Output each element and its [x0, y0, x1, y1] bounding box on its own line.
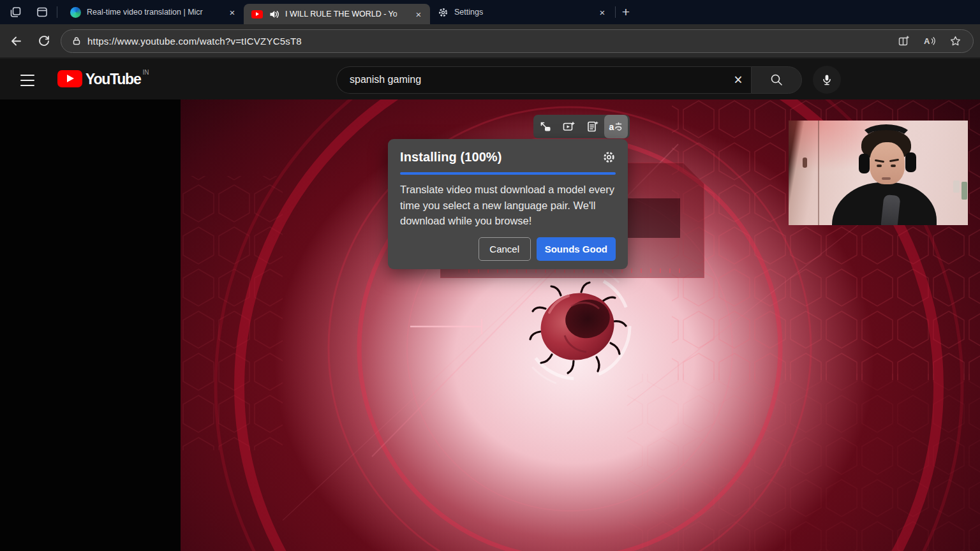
enhance-video-icon[interactable]: [557, 115, 581, 138]
microphone: [880, 195, 900, 225]
translate-install-flyout: Installing (100%) Translate video must d…: [388, 139, 628, 269]
tabstrip-divider: [615, 6, 616, 18]
translate-icon[interactable]: a: [604, 115, 628, 138]
vertical-tabs-icon[interactable]: [36, 6, 48, 18]
headphones-band: [859, 124, 914, 154]
mic-icon: [820, 73, 833, 86]
mouth: [882, 177, 891, 180]
voice-search-button[interactable]: [813, 66, 841, 94]
search-button[interactable]: [751, 66, 802, 94]
search-clear-icon[interactable]: ×: [725, 71, 751, 89]
url-bar[interactable]: https://www.youtube.com/watch?v=tICVZYC5…: [61, 29, 974, 53]
sounds-good-button[interactable]: Sounds Good: [537, 237, 616, 261]
wall-object: [961, 182, 967, 200]
summarize-icon[interactable]: [581, 115, 604, 138]
settings-gear-icon: [438, 7, 449, 18]
refresh-icon[interactable]: [38, 34, 50, 47]
headphone-cup: [905, 152, 916, 172]
search-input[interactable]: spanish gaming ×: [336, 66, 751, 94]
audio-speaker-icon[interactable]: [269, 9, 279, 20]
tab-title: I WILL RULE THE WORLD - Yo: [285, 10, 412, 18]
youtube-favicon-icon: [251, 10, 263, 18]
edge-video-toolbar: a: [533, 115, 630, 138]
url-text[interactable]: https://www.youtube.com/watch?v=tICVZYC5…: [87, 36, 302, 47]
light-switch: [953, 180, 960, 193]
edge-logo-icon: [70, 7, 81, 18]
headphone-cup: [859, 154, 870, 173]
browser-window: Real-time video translation | Micr × I W…: [0, 0, 980, 551]
tabstrip-divider: [57, 6, 57, 18]
back-icon[interactable]: [9, 34, 22, 48]
address-bar-row: https://www.youtube.com/watch?v=tICVZYC5…: [0, 24, 980, 57]
youtube-masthead: YouTube IN spanish gaming ×: [0, 57, 980, 99]
tab-strip: Real-time video translation | Micr × I W…: [0, 0, 980, 24]
youtube-region-label: IN: [143, 69, 149, 76]
install-progress-bar: [400, 172, 616, 175]
youtube-wordmark: YouTube: [85, 71, 141, 88]
flyout-settings-gear-icon[interactable]: [602, 151, 616, 164]
lock-icon[interactable]: [71, 36, 82, 46]
streamer-webcam-overlay: [789, 121, 968, 225]
youtube-logo[interactable]: YouTube IN: [57, 70, 149, 88]
door-frame: [818, 121, 819, 225]
tab-settings[interactable]: Settings ×: [430, 0, 614, 24]
search-query-text[interactable]: spanish gaming: [350, 74, 421, 85]
tab-realtime-translation[interactable]: Real-time video translation | Micr ×: [63, 0, 244, 24]
pathogen-cell: [530, 283, 626, 373]
new-tab-button[interactable]: +: [617, 4, 635, 20]
tab-close-icon[interactable]: ×: [226, 7, 239, 18]
search-icon: [769, 73, 783, 87]
read-aloud-icon[interactable]: A: [923, 35, 936, 47]
svg-text:A: A: [924, 36, 930, 46]
cancel-button[interactable]: Cancel: [479, 237, 531, 261]
favorites-star-icon[interactable]: [949, 35, 961, 47]
picture-in-picture-icon[interactable]: [533, 115, 557, 138]
tab-youtube-video[interactable]: I WILL RULE THE WORLD - Yo ×: [244, 4, 430, 24]
eye: [877, 165, 882, 167]
youtube-play-badge-icon: [57, 70, 82, 87]
workspaces-icon[interactable]: [9, 6, 22, 18]
door-handle: [803, 158, 807, 168]
menu-icon[interactable]: [20, 75, 34, 90]
game-dialog-ticks: [468, 268, 680, 273]
tab-title: Settings: [454, 8, 596, 17]
eye: [891, 165, 896, 167]
tab-title: Real-time video translation | Micr: [87, 8, 226, 17]
flyout-body-text: Translate video must download a model ev…: [400, 182, 620, 229]
tab-close-icon[interactable]: ×: [596, 7, 609, 18]
flyout-title: Installing (100%): [400, 150, 502, 165]
split-screen-icon[interactable]: [898, 35, 910, 47]
tab-close-icon[interactable]: ×: [412, 9, 425, 20]
